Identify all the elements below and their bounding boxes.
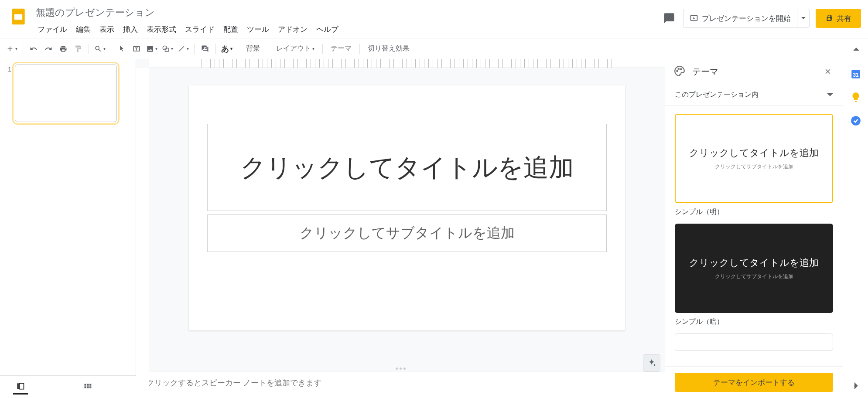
menu-view[interactable]: 表示	[96, 22, 118, 37]
present-label: プレゼンテーションを開始	[702, 14, 791, 24]
svg-rect-6	[17, 383, 19, 389]
svg-rect-8	[85, 384, 86, 385]
collapse-toolbar-button[interactable]	[849, 41, 864, 56]
print-button[interactable]	[56, 41, 70, 56]
close-theme-panel-button[interactable]	[822, 65, 834, 78]
theme-option-simple-dark[interactable]: クリックしてタイトルを追加 クリックしてサブタイトルを追加	[675, 224, 833, 313]
background-button[interactable]: 背景	[242, 41, 264, 56]
theme-preview-subtitle: クリックしてサブタイトルを追加	[715, 273, 793, 280]
menu-edit[interactable]: 編集	[72, 22, 94, 37]
horizontal-ruler[interactable]	[149, 59, 665, 68]
slide-canvas[interactable]: クリックしてタイトルを追加 クリックしてサブタイトルを追加	[189, 85, 625, 330]
speaker-notes[interactable]: クリックするとスピーカー ノートを追加できます	[136, 371, 665, 398]
toolbar: ▾ ▾ ▾ ▾ ▾ あ▾ 背景 レイアウト▾ テーマ 切り替え効果	[0, 38, 868, 59]
theme-preview-title: クリックしてタイトルを追加	[689, 256, 819, 269]
undo-button[interactable]	[27, 41, 41, 56]
paint-format-button[interactable]	[71, 41, 85, 56]
zoom-button[interactable]: ▾	[92, 41, 107, 56]
import-theme-button[interactable]: テーマをインポートする	[675, 373, 833, 392]
canvas-area: クリックしてタイトルを追加 クリックしてサブタイトルを追加 クリックするとスピー…	[136, 59, 665, 398]
slide-thumbnail[interactable]	[15, 65, 117, 122]
svg-rect-12	[87, 386, 89, 388]
layout-button[interactable]: レイアウト▾	[272, 41, 319, 56]
comment-tool[interactable]	[198, 41, 212, 56]
menu-addons[interactable]: アドオン	[274, 22, 311, 37]
theme-preview-title: クリックしてタイトルを追加	[689, 146, 819, 160]
notes-resize-handle[interactable]	[136, 366, 665, 371]
input-tools-button[interactable]: あ▾	[219, 41, 234, 56]
theme-button[interactable]: テーマ	[326, 41, 356, 56]
theme-section-toggle[interactable]: このプレゼンテーション内	[665, 84, 843, 106]
menu-file[interactable]: ファイル	[34, 22, 71, 37]
redo-button[interactable]	[41, 41, 55, 56]
explore-button[interactable]	[643, 354, 660, 372]
svg-point-14	[677, 71, 678, 72]
comments-button[interactable]	[661, 10, 677, 26]
vertical-ruler[interactable]	[136, 68, 149, 398]
calendar-icon[interactable]: 31	[850, 68, 861, 79]
transition-button[interactable]: 切り替え効果	[363, 41, 414, 56]
line-tool[interactable]: ▾	[176, 41, 191, 56]
textbox-tool[interactable]	[130, 41, 144, 56]
svg-rect-9	[87, 384, 89, 385]
shape-tool[interactable]: ▾	[160, 41, 175, 56]
svg-point-15	[678, 68, 680, 70]
theme-option-next[interactable]	[675, 333, 833, 351]
menu-bar: ファイル 編集 表示 挿入 表示形式 スライド 配置 ツール アドオン ヘルプ	[34, 22, 661, 37]
keep-icon[interactable]	[850, 92, 861, 103]
menu-slide[interactable]: スライド	[181, 22, 218, 37]
svg-rect-1	[14, 14, 22, 20]
svg-text:31: 31	[853, 72, 859, 78]
present-dropdown[interactable]	[797, 9, 809, 27]
document-title[interactable]: 無題のプレゼンテーション	[34, 5, 661, 20]
side-rail: 31	[843, 59, 868, 398]
menu-tools[interactable]: ツール	[243, 22, 273, 37]
svg-rect-10	[89, 384, 91, 385]
present-button[interactable]: プレゼンテーションを開始	[683, 9, 797, 27]
svg-rect-13	[89, 386, 91, 388]
new-slide-button[interactable]: ▾	[4, 41, 19, 56]
palette-icon	[674, 65, 686, 78]
svg-point-16	[680, 68, 682, 70]
theme-option-simple-light[interactable]: クリックしてタイトルを追加 クリックしてサブタイトルを追加	[675, 114, 833, 203]
title-placeholder[interactable]: クリックしてタイトルを追加	[207, 124, 607, 211]
svg-rect-11	[85, 386, 86, 388]
theme-name: シンプル（明）	[675, 208, 833, 217]
grid-view-button[interactable]	[80, 380, 95, 395]
theme-panel: テーマ このプレゼンテーション内 クリックしてタイトルを追加 クリックしてサブタ…	[665, 59, 843, 398]
image-tool[interactable]: ▾	[144, 41, 159, 56]
share-label: 共有	[837, 14, 851, 24]
slide-filmstrip[interactable]: 1	[0, 59, 136, 375]
menu-help[interactable]: ヘルプ	[313, 22, 342, 37]
title-placeholder-text: クリックしてタイトルを追加	[240, 151, 574, 184]
slides-logo[interactable]	[7, 5, 30, 28]
subtitle-placeholder[interactable]: クリックしてサブタイトルを追加	[207, 214, 607, 252]
subtitle-placeholder-text: クリックしてサブタイトルを追加	[300, 224, 515, 243]
menu-format[interactable]: 表示形式	[143, 22, 180, 37]
theme-name: シンプル（暗）	[675, 317, 833, 327]
svg-rect-7	[20, 383, 24, 389]
filmstrip-view-button[interactable]	[13, 380, 28, 395]
expand-rail-button[interactable]	[852, 382, 859, 391]
theme-preview-subtitle: クリックしてサブタイトルを追加	[715, 163, 793, 170]
select-tool[interactable]	[115, 41, 129, 56]
theme-panel-title: テーマ	[692, 66, 816, 78]
menu-insert[interactable]: 挿入	[120, 22, 141, 37]
share-button[interactable]: 共有	[816, 9, 861, 28]
slide-number: 1	[8, 65, 11, 122]
tasks-icon[interactable]	[850, 115, 861, 126]
menu-arrange[interactable]: 配置	[220, 22, 242, 37]
